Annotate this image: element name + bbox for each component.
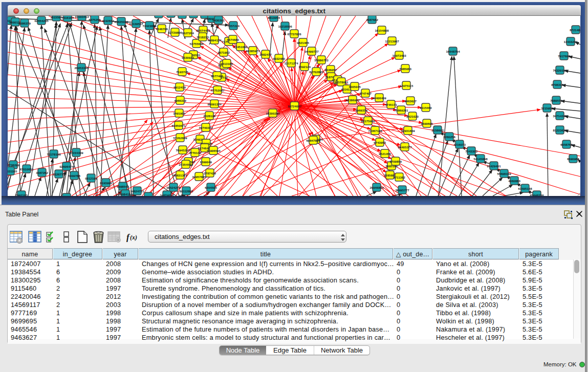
svg-text:7889579: 7889579	[550, 99, 562, 102]
svg-text:80831367: 80831367	[173, 173, 187, 177]
svg-text:5674680: 5674680	[227, 38, 239, 41]
svg-text:7770143: 7770143	[189, 151, 201, 155]
svg-text:18724007: 18724007	[288, 104, 302, 108]
svg-text:8813054: 8813054	[268, 16, 280, 19]
svg-text:13171274: 13171274	[284, 61, 298, 65]
svg-text:49894134: 49894134	[207, 38, 222, 42]
svg-text:6998543: 6998543	[117, 185, 129, 188]
svg-text:34874016: 34874016	[160, 193, 174, 196]
svg-text:9699695: 9699695	[421, 122, 433, 125]
svg-text:4738299: 4738299	[8, 163, 19, 167]
svg-text:8708317: 8708317	[551, 83, 563, 86]
svg-text:0812191: 0812191	[85, 177, 97, 180]
svg-text:4711382: 4711382	[393, 176, 405, 179]
svg-text:55886753: 55886753	[314, 58, 329, 62]
svg-text:81223623: 81223623	[553, 128, 567, 132]
svg-text:71906594: 71906594	[206, 149, 221, 152]
svg-text:9636057: 9636057	[324, 68, 337, 72]
svg-text:6690967: 6690967	[567, 157, 579, 161]
svg-text:1491905: 1491905	[173, 112, 185, 115]
svg-text:1969379: 1969379	[355, 108, 367, 112]
svg-text:9115460: 9115460	[420, 106, 432, 110]
svg-text:5009788: 5009788	[68, 174, 80, 178]
svg-text:32931839: 32931839	[401, 129, 415, 133]
svg-text:2787429: 2787429	[204, 171, 216, 175]
svg-text:4966319: 4966319	[174, 99, 186, 102]
svg-text:9821465: 9821465	[297, 41, 309, 45]
svg-text:4745171: 4745171	[385, 103, 397, 106]
svg-text:82175946: 82175946	[361, 119, 375, 123]
svg-text:7357224: 7357224	[227, 24, 239, 28]
svg-text:6193990: 6193990	[100, 181, 112, 185]
svg-text:00524278: 00524278	[166, 186, 181, 189]
svg-text:27354549: 27354549	[179, 163, 193, 166]
svg-text:7816184: 7816184	[61, 16, 74, 19]
svg-text:2087682: 2087682	[366, 18, 378, 21]
svg-text:80112805: 80112805	[180, 189, 193, 193]
svg-text:65648236: 65648236	[530, 193, 544, 196]
svg-text:34714345: 34714345	[553, 114, 567, 118]
svg-text:4216073: 4216073	[453, 143, 466, 146]
svg-text:8677496: 8677496	[211, 74, 223, 78]
svg-text:4060883: 4060883	[508, 179, 520, 183]
svg-text:9912419: 9912419	[173, 85, 186, 89]
svg-text:54145868: 54145868	[473, 157, 488, 161]
svg-text:72423884: 72423884	[142, 24, 157, 28]
svg-text:75869261: 75869261	[394, 108, 408, 112]
svg-text:2260256: 2260256	[443, 135, 455, 139]
svg-text:16154808: 16154808	[375, 29, 389, 32]
svg-text:53755646: 53755646	[189, 42, 204, 46]
svg-text:7193745: 7193745	[176, 70, 188, 74]
svg-text:1592124: 1592124	[298, 65, 311, 69]
svg-text:67010651: 67010651	[19, 167, 34, 171]
svg-text:10973493: 10973493	[392, 54, 406, 57]
svg-text:02654235: 02654235	[34, 19, 49, 23]
svg-text:6204505: 6204505	[205, 186, 217, 189]
svg-text:7991183: 7991183	[15, 193, 28, 196]
svg-text:16648764: 16648764	[446, 50, 460, 53]
svg-text:99091334: 99091334	[207, 102, 222, 106]
svg-text:1615594: 1615594	[50, 16, 62, 19]
svg-text:7346706: 7346706	[156, 27, 168, 31]
svg-text:6658760: 6658760	[560, 143, 573, 146]
svg-text:87234309: 87234309	[69, 151, 83, 155]
svg-text:4192832: 4192832	[102, 19, 114, 23]
svg-text:02606474: 02606474	[59, 165, 74, 168]
svg-text:20953346: 20953346	[74, 66, 89, 70]
svg-text:62729806: 62729806	[168, 31, 182, 34]
svg-text:3747407: 3747407	[359, 92, 372, 95]
svg-text:9743953: 9743953	[374, 141, 386, 144]
svg-text:1399049: 1399049	[200, 160, 212, 164]
svg-text:64139537: 64139537	[129, 22, 143, 26]
svg-text:34624751: 34624751	[130, 189, 144, 193]
svg-text:64835030: 64835030	[114, 20, 128, 24]
svg-text:61595148: 61595148	[518, 187, 532, 190]
svg-text:7917693: 7917693	[558, 54, 570, 58]
svg-text:67737826: 67737826	[287, 32, 301, 36]
svg-text:76945314: 76945314	[176, 148, 190, 152]
svg-text:9521456: 9521456	[379, 152, 391, 156]
svg-text:1326773: 1326773	[53, 172, 65, 176]
svg-text:1627204: 1627204	[182, 31, 194, 35]
svg-text:7543303: 7543303	[465, 149, 477, 153]
svg-text:7485063: 7485063	[399, 67, 411, 71]
svg-text:(x): (x)	[130, 234, 137, 241]
svg-text:76320163: 76320163	[553, 69, 567, 72]
svg-text:93103413: 93103413	[75, 16, 89, 18]
svg-text:74367136: 74367136	[368, 129, 382, 133]
svg-text:12213967: 12213967	[385, 39, 399, 43]
svg-text:15451680: 15451680	[233, 45, 248, 49]
svg-text:8421020: 8421020	[406, 115, 419, 118]
svg-text:34957885: 34957885	[192, 175, 206, 179]
svg-text:3158692: 3158692	[431, 128, 444, 132]
svg-text:62386922: 62386922	[345, 98, 360, 102]
svg-text:98084124: 98084124	[118, 192, 133, 196]
svg-text:94406409: 94406409	[372, 96, 386, 100]
svg-text:01429401: 01429401	[487, 164, 501, 168]
svg-text:96405377: 96405377	[398, 145, 412, 149]
svg-text:69847896: 69847896	[306, 139, 320, 142]
svg-text:36995777: 36995777	[395, 188, 409, 192]
svg-text:8386379: 8386379	[18, 21, 31, 25]
svg-text:60385977: 60385977	[246, 49, 260, 53]
svg-text:0330923: 0330923	[182, 56, 194, 59]
